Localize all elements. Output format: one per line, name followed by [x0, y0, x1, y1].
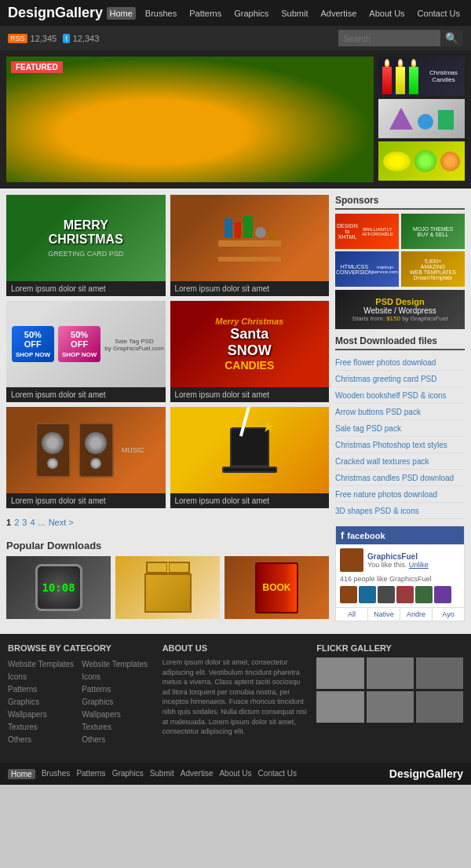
nav-brushes[interactable]: Brushes	[142, 7, 180, 20]
download-link-5[interactable]: Sale tag PSD pack	[335, 424, 401, 433]
grid-item-magic[interactable]: ★ Lorem ipsum dolor sit amet	[170, 407, 330, 508]
bottom-nav-submit[interactable]: Submit	[150, 769, 174, 779]
speaker-left	[35, 423, 71, 478]
popular-downloads: Popular Downloads 10:08	[6, 540, 329, 619]
lemon-icon	[383, 152, 411, 171]
browse-link-2-3[interactable]: Patterns	[82, 685, 111, 694]
browse-link-2-5[interactable]: Wallpapers	[82, 710, 121, 719]
download-link-10[interactable]: 3D shapes PSD & icons	[335, 507, 419, 515]
shelf-book-1	[225, 218, 232, 238]
download-link-9[interactable]: Free nature photos download	[335, 490, 437, 499]
browse-link-2-4[interactable]: Graphics	[82, 698, 113, 706]
page-2[interactable]: 2	[14, 518, 19, 527]
grid-item-santa[interactable]: Merry Christmas Santa SNOW CANDIES Lorem…	[170, 301, 330, 402]
list-item: Others	[8, 733, 74, 745]
rss-badge[interactable]: RSS 12,345	[8, 34, 57, 43]
grid-item-christmas-card[interactable]: MERRYCHRISTMAS GREETING CARD PSD Lorem i…	[6, 195, 166, 296]
page-1[interactable]: 1	[6, 518, 11, 527]
page-3[interactable]: 3	[22, 518, 27, 527]
browse-link-1-2[interactable]: Icons	[8, 672, 27, 681]
clock-face: 10:08	[35, 564, 82, 611]
thumbnail-geometric[interactable]	[378, 99, 465, 138]
citrus-visual	[379, 146, 464, 176]
nav-advertise[interactable]: Advertise	[317, 7, 360, 20]
santa-thumb: Merry Christmas Santa SNOW CANDIES	[170, 301, 330, 387]
list-item: Free nature photos download	[335, 486, 465, 503]
grid-item-sale-tag[interactable]: 50%OFFSHOP NOW 50%OFFSHOP NOW Sale Tag P…	[6, 301, 166, 402]
sponsor-1[interactable]: DESIGNto XHTMLBRILLIANTLY AFFORDABLE	[335, 214, 399, 249]
browse-link-2-1[interactable]: Website Templates	[82, 660, 148, 668]
browse-link-1-7[interactable]: Others	[8, 735, 31, 744]
grid-item-bookshelf[interactable]: Lorem ipsum dolor sit amet	[170, 195, 330, 296]
nav-about[interactable]: About Us	[366, 7, 407, 20]
site-logo[interactable]: DesignGallery	[8, 5, 103, 21]
bottom-nav-brushes[interactable]: Brushes	[42, 769, 71, 779]
list-item: Website Templates	[82, 657, 148, 670]
page-next[interactable]: Next >	[49, 518, 74, 527]
browse-link-1-4[interactable]: Graphics	[8, 698, 39, 706]
download-link-8[interactable]: Christmas candles PSD download	[335, 474, 454, 482]
thumbnail-candles[interactable]: Christmas Candles	[378, 57, 465, 96]
flickr-item-3[interactable]	[416, 657, 463, 689]
facebook-tab-native[interactable]: Native	[368, 608, 400, 621]
flickr-item-2[interactable]	[367, 657, 414, 689]
facebook-like-text: You like this. Unlike	[367, 561, 429, 569]
browse-link-1-6[interactable]: Textures	[8, 723, 38, 731]
download-link-4[interactable]: Arrow buttons PSD pack	[335, 408, 421, 416]
download-link-3[interactable]: Wooden bookshelf PSD & icons	[335, 391, 447, 400]
bottom-nav-home[interactable]: Home	[8, 769, 35, 779]
sponsor-2[interactable]: MOJO THEMESBUY & SELL	[401, 214, 465, 249]
flickr-item-5[interactable]	[367, 691, 414, 723]
list-item: Graphics	[8, 695, 74, 708]
search-button[interactable]: 🔍	[440, 30, 463, 46]
download-link-2[interactable]: Christmas greeting card PSD	[335, 375, 437, 383]
page-4[interactable]: 4	[30, 518, 35, 527]
flickr-item-4[interactable]	[316, 691, 363, 723]
nav-contact[interactable]: Contact Us	[414, 7, 463, 20]
facebook-count: 416 people like GraphicsFuel	[340, 575, 460, 583]
nav-graphics[interactable]: Graphics	[231, 7, 272, 20]
browse-link-1-5[interactable]: Wallpapers	[8, 710, 47, 719]
facebook-tab-all[interactable]: All	[336, 608, 368, 621]
flickr-item-6[interactable]	[416, 691, 463, 723]
twitter-badge[interactable]: t 12,343	[63, 34, 99, 43]
flickr-item-1[interactable]	[316, 657, 363, 689]
download-link-7[interactable]: Cracked wall textures pack	[335, 457, 429, 466]
sponsor-4[interactable]: 5,800+AMAZINGWEB TEMPLATESDreamTemplate	[401, 251, 465, 287]
featured-main[interactable]: FEATURED	[6, 57, 374, 182]
bottom-nav-patterns[interactable]: Patterns	[76, 769, 105, 779]
nav-patterns[interactable]: Patterns	[186, 7, 225, 20]
browse-link-2-6[interactable]: Textures	[82, 723, 111, 731]
browse-link-1-1[interactable]: Website Templates	[8, 660, 74, 668]
facebook-tab-andre[interactable]: Andre	[400, 608, 433, 621]
sponsors-title: Sponsors	[335, 195, 465, 210]
flame-3	[411, 59, 416, 67]
grid-item-speakers[interactable]: MUSIC Lorem ipsum dolor sit amet	[6, 407, 166, 508]
bottom-nav-graphics[interactable]: Graphics	[112, 769, 144, 779]
thumbnail-citrus[interactable]	[378, 141, 465, 181]
facebook-page-name[interactable]: GraphicsFuel	[367, 552, 429, 561]
facebook-tab-ayo[interactable]: Ayo	[433, 608, 464, 621]
popular-box[interactable]	[115, 556, 220, 619]
sale-tag-byline: Sale Tag PSDby GraphicsFuel.com	[104, 338, 164, 352]
bottom-nav-contact[interactable]: Contact Us	[258, 769, 297, 779]
facebook-unlike-link[interactable]: Unlike	[409, 561, 429, 569]
facebook-avatars	[340, 586, 460, 603]
download-link-6[interactable]: Christmas Photoshop text styles	[335, 441, 447, 449]
nav-submit[interactable]: Submit	[278, 7, 311, 20]
bottom-nav-advertise[interactable]: Advertise	[181, 769, 214, 779]
popular-book[interactable]: BOOK	[225, 556, 329, 619]
browse-link-2-7[interactable]: Others	[82, 735, 105, 744]
nav-home[interactable]: Home	[107, 7, 136, 20]
bottom-nav-about[interactable]: About Us	[219, 769, 251, 779]
box-half-right	[169, 562, 189, 573]
search-input[interactable]	[338, 30, 440, 46]
popular-clock[interactable]: 10:08	[6, 556, 111, 619]
grid-caption-3: Lorem ipsum dolor sit amet	[6, 387, 166, 402]
sponsor-wide[interactable]: PSD Design Website / Wordpress Starts fr…	[335, 290, 465, 329]
browse-link-1-3[interactable]: Patterns	[8, 685, 37, 694]
download-link-1[interactable]: Free flower photos download	[335, 358, 436, 367]
sponsor-3[interactable]: HTML/CSSCONVERSIONmarkup-service.com	[335, 251, 399, 287]
facebook-widget: f facebook GraphicsFuel You like this. U…	[335, 526, 465, 621]
browse-link-2-2[interactable]: Icons	[82, 672, 100, 681]
